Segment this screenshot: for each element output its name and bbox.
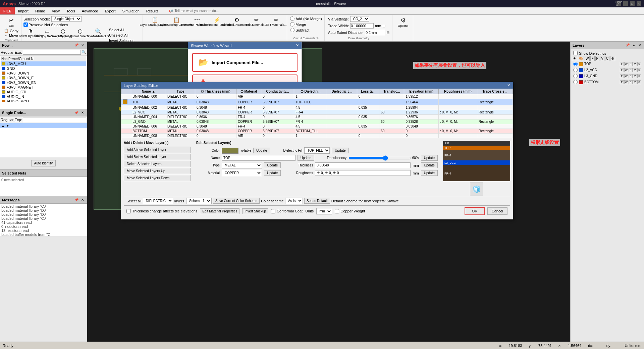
advanced-menu[interactable]: Advanced: [78, 7, 102, 14]
layer-vis-btn-v[interactable]: V: [633, 68, 637, 72]
layers-pin[interactable]: 📌: [625, 43, 631, 47]
via-settings-dropdown[interactable]: CO_2: [350, 16, 369, 22]
move-button[interactable]: ↔Move: [3, 33, 19, 38]
col-transluc[interactable]: Transluc...: [379, 89, 404, 94]
select-all-type-dropdown[interactable]: DIELECTRIC METAL: [143, 198, 173, 204]
table-row[interactable]: TOPMETAL0.03048COPPER5.959E+07TOP_FILL1.…: [121, 99, 513, 105]
file-menu[interactable]: FILE: [0, 7, 15, 14]
layer-vis-btn-w[interactable]: W: [624, 74, 628, 78]
auto-extent-input[interactable]: [365, 30, 385, 35]
translucency-slider[interactable]: [348, 155, 411, 161]
edit-button2[interactable]: ✏ Edit Materials...: [267, 16, 285, 27]
thickness-change-checkbox[interactable]: [126, 209, 131, 213]
scheme-dropdown[interactable]: Scheme-1: [186, 198, 212, 204]
units-dropdown[interactable]: mm mil: [316, 208, 332, 214]
layer-vis-btn-p[interactable]: P: [629, 62, 633, 66]
thickness-update-button[interactable]: Update: [421, 162, 438, 168]
table-row[interactable]: UNNAMED_002DIELECTRIC0.3048FR-404.50.035…: [121, 105, 513, 110]
save-scheme-button[interactable]: Save Current Color Scheme: [213, 198, 260, 204]
layers-expand[interactable]: ▲: [631, 43, 637, 47]
layer-editor-table-wrap[interactable]: Name ▲ Type ⬡ Thickness (mm) ⬡ Material …: [121, 89, 513, 138]
col-material[interactable]: ⬡ Material: [236, 89, 261, 94]
filter-icon[interactable]: 🔍: [82, 50, 86, 54]
single-ended-close[interactable]: ✕: [80, 111, 85, 114]
layer-vis-btn-f[interactable]: F: [620, 80, 624, 84]
edit-materials-button[interactable]: ✏ Edit Materials...: [247, 16, 266, 27]
edit-material-button[interactable]: Edit Material Properties: [200, 208, 239, 214]
home-menu[interactable]: Home: [32, 7, 48, 14]
layer-vis-btn-c[interactable]: C: [637, 74, 641, 78]
cut-button[interactable]: ✂ Cut: [5, 16, 17, 28]
col-loss[interactable]: Loss ta...: [357, 89, 379, 94]
table-row[interactable]: BOTTOMMETAL0.03048COPPER5.959E+07BOTTOM_…: [121, 129, 513, 134]
net-item[interactable]: AUDIO_MCU: [1, 99, 86, 102]
layer-fill-btn[interactable]: F: [590, 56, 594, 61]
import-menu[interactable]: Import: [15, 7, 32, 14]
col-conductivity[interactable]: Conductivity...: [261, 89, 294, 94]
layer-radio[interactable]: [573, 62, 578, 66]
table-row[interactable]: L2_VCCMETAL0.03048COPPER5.959E+07FR-4601…: [121, 110, 513, 115]
thickness-input[interactable]: [315, 162, 411, 168]
col-thickness[interactable]: ⬡ Thickness (mm): [195, 89, 236, 94]
material-update-button[interactable]: Update: [264, 170, 281, 176]
layer-vis-btn-w[interactable]: W: [624, 68, 628, 72]
invert-stackup-button[interactable]: Invert Stackup: [242, 208, 268, 214]
col-elevation[interactable]: Elevation (mm): [404, 89, 438, 94]
roughness-input[interactable]: [315, 170, 411, 176]
delete-selected-button[interactable]: Delete Selected Layers: [124, 161, 191, 167]
minimize-button[interactable]: —: [623, 1, 628, 6]
layer-vis-btn-c[interactable]: C: [637, 68, 641, 72]
net-item[interactable]: +3V3_DOWN_E: [1, 76, 86, 80]
conformal-coat-checkbox[interactable]: [271, 209, 275, 213]
layer-vis-btn-c[interactable]: C: [637, 62, 641, 66]
layer-comp-btn[interactable]: C: [605, 56, 609, 61]
special-select-button[interactable]: 🔍 Special Select ▼: [90, 28, 107, 39]
layer-vis-btn-v[interactable]: V: [633, 62, 637, 66]
selection-mode-dropdown[interactable]: Single Object: [51, 16, 82, 22]
layer-editor-close-button[interactable]: ✕: [507, 83, 510, 88]
col-dielectric[interactable]: ⬡ Dielectri...: [294, 89, 327, 94]
move-up-button[interactable]: Move Selected Layers Up: [124, 168, 191, 174]
unselect-all-button[interactable]: Unselect All: [108, 33, 136, 38]
add-no-merge-button[interactable]: Add (No Merge): [289, 16, 323, 21]
layer-via-btn[interactable]: V: [600, 56, 604, 61]
layer-settings-btn[interactable]: ⚙: [610, 56, 615, 61]
set-default-button[interactable]: Set as Default: [304, 198, 330, 204]
layer-visibility-all-btn[interactable]: 👁: [572, 56, 577, 61]
layer-vis-btn-v[interactable]: V: [633, 74, 637, 78]
layer-vis-btn-p[interactable]: P: [629, 68, 633, 72]
messages-close[interactable]: ✕: [80, 198, 85, 202]
close-button[interactable]: ✕: [637, 1, 641, 6]
table-row[interactable]: UNNAMED_004DIELECTRIC0.8636FR-404.50.035…: [121, 115, 513, 119]
se-down-icon[interactable]: ▼: [6, 124, 9, 128]
name-update-button[interactable]: Update: [298, 155, 314, 161]
layer-radio[interactable]: [573, 68, 578, 72]
simulation-menu[interactable]: Simulation: [119, 7, 143, 14]
name-input[interactable]: [222, 155, 296, 161]
net-item[interactable]: GND: [1, 66, 86, 71]
layer-vis-btn-v[interactable]: V: [633, 80, 637, 84]
ok-button[interactable]: OK: [465, 207, 485, 215]
dielectric-fill-dropdown[interactable]: TOP_FILL: [304, 147, 330, 154]
layer-wire-btn[interactable]: W: [585, 56, 590, 61]
layer-vis-btn-f[interactable]: F: [620, 62, 624, 66]
col-name[interactable]: Name ▲: [131, 89, 166, 94]
thickness-change-label[interactable]: Thickness change affects die elevations: [126, 209, 197, 213]
merge-button[interactable]: Merge: [289, 22, 323, 27]
se-up-icon[interactable]: ▲: [1, 124, 5, 128]
layer-row[interactable]: L3_GNDFWPVC: [572, 73, 643, 79]
conformal-coat-label[interactable]: Conformal Coat: [271, 209, 303, 213]
color-update-button[interactable]: Update: [253, 148, 270, 153]
subtract-button[interactable]: Subtract: [289, 28, 323, 33]
trace-width-input[interactable]: [350, 23, 374, 29]
type-dropdown[interactable]: METAL DIELECTRIC: [222, 162, 262, 168]
table-row[interactable]: L3_GNDMETAL0.03048COPPER5.959E+07FR-4600…: [121, 119, 513, 124]
type-update-button[interactable]: Update: [264, 162, 281, 168]
table-row[interactable]: UNNAMED_008DIELECTRIC0AIR0100: [121, 134, 513, 138]
net-item[interactable]: +3V3_DOWN: [1, 71, 86, 76]
export-menu[interactable]: Export: [102, 7, 119, 14]
3d-icon[interactable]: 🧊: [470, 183, 483, 196]
auto-identify-button[interactable]: Auto Identify: [31, 160, 56, 166]
net-item[interactable]: +3V3_DOWN_EN: [1, 80, 86, 85]
style-button[interactable]: Style ▼: [616, 1, 621, 6]
